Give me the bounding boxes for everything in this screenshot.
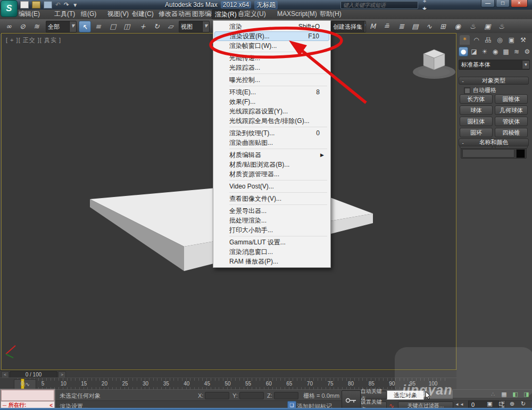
reference-coordinate-dropdown[interactable]: 视图▼ (179, 21, 210, 32)
menu-item-rendered-frame-window[interactable]: 渲染帧窗口(W)... (213, 41, 330, 51)
render-setup-button[interactable]: ♨ (467, 21, 478, 31)
primitive-category-dropdown[interactable]: 标准基本体 ▼ (459, 60, 530, 70)
mirror-button[interactable]: M (367, 21, 378, 31)
x-coordinate-field[interactable] (205, 392, 229, 399)
time-configuration-button[interactable]: ▣ (485, 400, 494, 408)
menu-item-radiosity[interactable]: 光能传递... (213, 53, 330, 63)
menu-item-render-setup[interactable]: 渲染设置(R)... F10 (214, 31, 329, 41)
maximize-button[interactable]: □ (496, 0, 510, 7)
object-type-button[interactable]: 球体 (460, 105, 493, 115)
viewport-label[interactable]: [ + ][ 正交 ][ 真实 ] (6, 36, 61, 44)
app-logo-icon[interactable]: S (1, 0, 18, 17)
menu-item-render-surface-map[interactable]: 渲染曲面贴图... (213, 138, 330, 147)
tab-modify[interactable]: ◠ (471, 35, 481, 45)
name-input[interactable] (462, 149, 514, 158)
communication-icon[interactable]: ⌖ (420, 0, 429, 5)
menu-item-raytrace-global[interactable]: 光线跟踪全局包含/排除(G)... (213, 116, 330, 126)
search-input[interactable] (340, 1, 418, 9)
object-color-swatch[interactable] (516, 149, 525, 158)
maximize-viewport-button[interactable]: ◰ (530, 400, 532, 408)
object-type-button[interactable]: 长方体 (460, 94, 493, 104)
create-helpers-button[interactable]: ▦ (501, 47, 511, 56)
object-type-button[interactable]: 圆环 (460, 128, 493, 137)
menu-customize[interactable]: 自定义(U) (235, 10, 269, 19)
menu-item-material-explorer[interactable]: 材质资源管理器... (213, 169, 330, 179)
track-bar[interactable]: ▤∿ 0510152025303540455055606570758085909… (0, 378, 456, 389)
unlink-selection-button[interactable]: ⊘ (17, 21, 28, 31)
menu-item-material-editor[interactable]: 材质编辑器 ▶ (213, 150, 330, 160)
graphite-ribbon-button[interactable]: ▤ (410, 21, 421, 31)
object-type-button[interactable]: 几何球体 (495, 105, 528, 115)
tab-motion[interactable]: ◎ (495, 35, 505, 45)
menu-group[interactable]: 组(G) (78, 10, 99, 19)
listener-expand-icon[interactable]: < (49, 403, 53, 408)
align-button[interactable]: ≞ (381, 21, 392, 31)
menu-create[interactable]: 创建(C) (129, 10, 156, 19)
create-lights-button[interactable]: ☀ (480, 47, 489, 56)
new-file-icon[interactable] (20, 1, 29, 9)
selection-filter-dropdown[interactable]: 全部▼ (46, 21, 77, 32)
pan-view-button[interactable]: ⊕ (508, 400, 517, 408)
menu-help[interactable]: 帮助(H) (317, 10, 344, 19)
redo-icon[interactable]: ↷ (64, 1, 69, 9)
y-coordinate-field[interactable] (239, 392, 264, 399)
bind-to-space-warp-button[interactable]: ≋ (31, 21, 42, 31)
curve-editor-button[interactable]: ∿ (423, 21, 435, 31)
set-keys-button[interactable] (342, 390, 361, 410)
create-spacewarps-button[interactable]: ≋ (512, 47, 521, 56)
create-cameras-button[interactable]: ◉ (491, 47, 500, 56)
select-and-scale-button[interactable]: ▱ (165, 21, 176, 31)
menu-item-environment[interactable]: 环境(E)... 8 (213, 87, 330, 97)
tab-utilities[interactable]: ⚒ (518, 35, 528, 45)
open-file-icon[interactable] (32, 1, 40, 9)
rendered-frame-window-button[interactable]: ▣ (482, 21, 493, 31)
render-production-button[interactable]: ♨ (496, 21, 507, 31)
mini-curve-editor-button[interactable]: ▤∿ (14, 379, 36, 390)
material-editor-button[interactable]: ◉ (452, 21, 463, 31)
tab-hierarchy[interactable]: 品 (483, 35, 493, 45)
menu-item-video-post[interactable]: Video Post(V)... (213, 182, 330, 191)
menu-item-print-size-assistant[interactable]: 打印大小助手... (213, 225, 330, 235)
menu-item-exposure-control[interactable]: 曝光控制... (213, 75, 330, 85)
menu-item-material-map-browser[interactable]: 材质/贴图浏览器(B)... (213, 160, 330, 169)
create-geometry-button[interactable]: ● (459, 47, 468, 56)
menu-item-render-to-texture[interactable]: 渲染到纹理(T)... 0 (213, 128, 330, 138)
rectangular-selection-region-button[interactable]: □ (107, 21, 119, 31)
close-button[interactable]: × (511, 0, 528, 7)
zoom-region-button[interactable]: ⊡ (496, 400, 505, 408)
object-type-button[interactable]: 四棱锥 (495, 128, 528, 137)
create-shapes-button[interactable]: ◪ (469, 47, 479, 56)
menu-edit[interactable]: 编辑(E) (16, 10, 43, 19)
select-and-move-button[interactable]: + (137, 21, 148, 31)
orbit-button[interactable]: ↻ (519, 400, 528, 408)
menu-item-batch-render[interactable]: 批处理渲染... (213, 216, 330, 225)
menu-item-render-message-window[interactable]: 渲染消息窗口... (213, 247, 330, 257)
name-color-rollout-header[interactable]: - 名称和颜色 (459, 138, 529, 146)
menu-item-raytracer-settings[interactable]: 光线跟踪器设置(Y)... (213, 106, 330, 116)
menu-views[interactable]: 视图(V) (105, 10, 131, 19)
manage-layers-button[interactable]: ≣ (396, 21, 407, 31)
object-type-button[interactable]: 圆锥体 (495, 94, 528, 104)
window-crossing-button[interactable]: ◫ (121, 21, 132, 31)
menu-item-panorama-exporter[interactable]: 全景导出器... (213, 206, 330, 216)
object-type-button[interactable]: 管状体 (495, 117, 528, 126)
menu-maxscript[interactable]: MAXScript(M) (275, 10, 320, 19)
create-systems-button[interactable]: ⚙ (522, 47, 532, 56)
object-type-rollout-header[interactable]: - 对象类型 (459, 77, 529, 85)
select-and-link-button[interactable]: ∞ (3, 21, 14, 31)
tab-create[interactable]: * (460, 35, 470, 45)
z-coordinate-field[interactable] (274, 392, 298, 399)
tab-display[interactable]: ▣ (506, 35, 517, 45)
macro-recorder-field[interactable] (1, 390, 54, 401)
named-selection-sets-dropdown[interactable]: 创建选择集▼ (331, 21, 366, 32)
object-type-button[interactable]: 圆柱体 (460, 117, 493, 126)
schematic-view-button[interactable]: ⊞ (437, 21, 448, 31)
select-by-name-button[interactable]: ≡ (93, 21, 104, 31)
menu-item-gamma-lut[interactable]: Gamma/LUT 设置... (213, 237, 330, 247)
autogrid-checkbox[interactable]: 自动栅格 (464, 86, 496, 94)
undo-icon[interactable]: ↶ (55, 1, 61, 9)
select-object-button[interactable]: ↖ (79, 21, 91, 32)
menu-item-effects[interactable]: 效果(F)... (213, 97, 330, 106)
menu-item-view-image-file[interactable]: 查看图像文件(V)... (213, 194, 330, 203)
select-and-rotate-button[interactable]: ↻ (151, 21, 162, 31)
